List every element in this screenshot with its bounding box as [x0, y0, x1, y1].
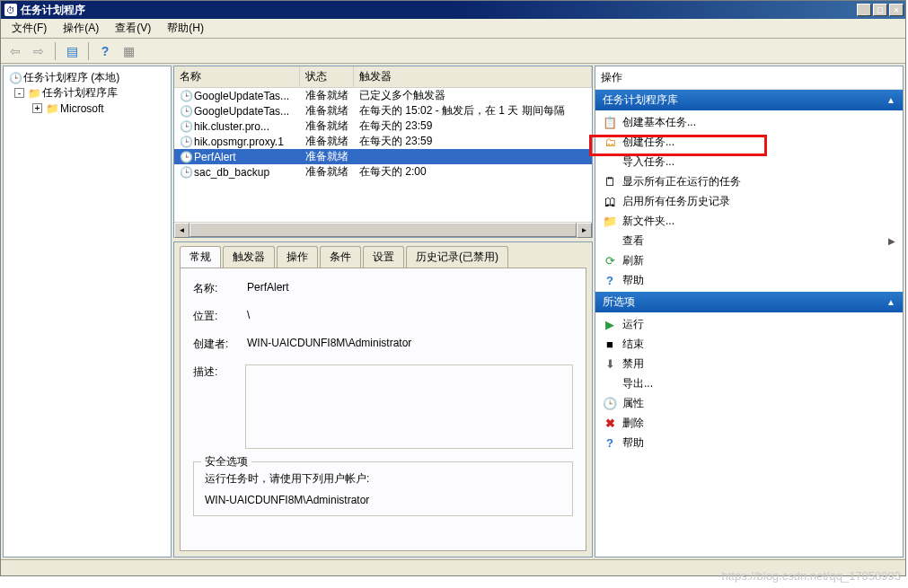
location-label: 位置:: [193, 309, 242, 324]
action-new-folder[interactable]: 📁 新文件夹...: [595, 211, 903, 231]
action-show-running[interactable]: 🗒 显示所有正在运行的任务: [595, 171, 903, 191]
stop-icon: ■: [603, 337, 617, 351]
task-list[interactable]: 名称 状态 触发器 🕒GoogleUpdateTas...准备就绪已定义多个触发…: [173, 66, 593, 238]
play-icon: ▶: [603, 317, 617, 331]
tree-root[interactable]: 🕒 任务计划程序 (本地): [5, 70, 169, 85]
folder-icon: 📁: [46, 102, 58, 115]
clock-icon: 🕒: [9, 72, 22, 84]
col-state[interactable]: 状态: [300, 66, 354, 87]
toolbar-btn-1[interactable]: ▤: [61, 41, 83, 61]
action-end[interactable]: ■ 结束: [595, 334, 903, 354]
chevron-right-icon: ▶: [888, 236, 895, 246]
tree-library[interactable]: - 📁 任务计划程序库: [5, 85, 169, 101]
action-create-task[interactable]: 🗂 创建任务...: [595, 132, 903, 152]
menu-help[interactable]: 帮助(H): [160, 19, 211, 38]
tab-settings[interactable]: 设置: [363, 246, 404, 268]
tab-history[interactable]: 历史记录(已禁用): [406, 246, 508, 268]
scroll-thumb[interactable]: [190, 223, 577, 237]
actions-pane: 操作 任务计划程序库 ▲ 📋 创建基本任务... 🗂 创建任务... 导入任务.…: [595, 66, 904, 557]
detail-tabs: 常规 触发器 操作 条件 设置 历史记录(已禁用): [180, 248, 586, 268]
action-delete[interactable]: ✖ 删除: [595, 413, 903, 433]
help-icon: ?: [603, 273, 617, 287]
action-enable-history[interactable]: 🕮 启用所有任务历史记录: [595, 191, 903, 211]
task-scheduler-window: ⏱ 任务计划程序 _ □ ✕ 文件(F) 操作(A) 查看(V) 帮助(H) ⇦…: [0, 0, 906, 576]
tree-microsoft[interactable]: + 📁 Microsoft: [5, 101, 169, 116]
section-label: 所选项: [603, 294, 635, 310]
security-options-group: 安全选项 运行任务时，请使用下列用户帐户: WIN-UAICDUNFI8M\Ad…: [193, 461, 573, 516]
actions-section-library[interactable]: 任务计划程序库 ▲: [595, 90, 903, 110]
tree-library-label: 任务计划程序库: [42, 85, 118, 101]
action-disable[interactable]: ⬇ 禁用: [595, 354, 903, 373]
close-button[interactable]: ✕: [889, 4, 904, 16]
action-refresh[interactable]: ⟳ 刷新: [595, 250, 903, 270]
task-row[interactable]: 🕒GoogleUpdateTas...准备就绪在每天的 15:02 - 触发后，…: [174, 103, 592, 118]
col-name[interactable]: 名称: [174, 66, 300, 87]
horizontal-scrollbar[interactable]: ◄ ►: [174, 222, 592, 237]
task-row[interactable]: 🕒GoogleUpdateTas...准备就绪已定义多个触发器: [174, 88, 592, 103]
clock-icon: 🕒: [180, 105, 192, 118]
description-box[interactable]: [245, 364, 573, 449]
history-icon: 🕮: [603, 194, 617, 208]
blank-icon: [603, 233, 617, 248]
titlebar: ⏱ 任务计划程序 _ □ ✕: [1, 1, 905, 19]
refresh-icon: ⟳: [603, 253, 617, 268]
action-properties[interactable]: 🕒 属性: [595, 393, 903, 413]
action-help[interactable]: ? 帮助: [595, 270, 903, 290]
center-pane: 名称 状态 触发器 🕒GoogleUpdateTas...准备就绪已定义多个触发…: [173, 66, 593, 557]
task-row[interactable]: 🕒sac_db_backup准备就绪在每天的 2:00: [174, 164, 592, 180]
location-value: \: [247, 309, 573, 321]
task-name: hik.opsmgr.proxy.1: [194, 136, 284, 148]
separator: [88, 42, 89, 60]
minimize-button[interactable]: _: [857, 4, 871, 16]
task-trigger: 在每天的 2:00: [354, 164, 592, 180]
clock-icon: 🕒: [180, 90, 192, 102]
tab-general[interactable]: 常规: [180, 246, 221, 268]
action-help-2[interactable]: ? 帮助: [595, 433, 903, 452]
task-trigger: 已定义多个触发器: [354, 88, 592, 103]
action-run[interactable]: ▶ 运行: [595, 314, 903, 334]
task-name: PerfAlert: [194, 151, 236, 163]
delete-icon: ✖: [603, 416, 617, 430]
actions-section-selected[interactable]: 所选项 ▲: [595, 292, 903, 312]
security-user: WIN-UAICDUNFI8M\Administrator: [205, 494, 561, 506]
menu-action[interactable]: 操作(A): [56, 19, 106, 38]
back-button[interactable]: ⇦: [4, 41, 26, 61]
expand-icon[interactable]: +: [32, 103, 42, 113]
maximize-button[interactable]: □: [873, 4, 887, 16]
action-view[interactable]: 查看 ▶: [595, 231, 903, 250]
clock-icon: 🕒: [180, 151, 192, 163]
task-row[interactable]: 🕒PerfAlert准备就绪: [174, 149, 592, 164]
separator: [55, 42, 56, 60]
running-icon: 🗒: [603, 174, 617, 189]
window-title: 任务计划程序: [21, 3, 857, 18]
task-state: 准备就绪: [300, 164, 354, 180]
task-name: sac_db_backup: [194, 166, 269, 179]
name-label: 名称:: [193, 281, 242, 296]
task-state: 准备就绪: [300, 88, 354, 103]
task-name: GoogleUpdateTas...: [194, 90, 289, 102]
action-create-basic-task[interactable]: 📋 创建基本任务...: [595, 112, 903, 132]
task-row[interactable]: 🕒hik.opsmgr.proxy.1准备就绪在每天的 23:59: [174, 134, 592, 149]
help-button[interactable]: ?: [94, 41, 116, 61]
menu-view[interactable]: 查看(V): [108, 19, 158, 38]
clock-icon: 🕒: [180, 166, 192, 179]
menu-file[interactable]: 文件(F): [4, 19, 54, 38]
tab-conditions[interactable]: 条件: [320, 246, 361, 268]
export-icon: [603, 376, 617, 391]
tab-actions[interactable]: 操作: [277, 246, 318, 268]
forward-button[interactable]: ⇨: [28, 41, 49, 61]
tab-triggers[interactable]: 触发器: [223, 246, 275, 268]
security-runas-label: 运行任务时，请使用下列用户帐户:: [205, 471, 561, 487]
creator-value: WIN-UAICDUNFI8M\Administrator: [247, 337, 573, 349]
toolbar-btn-2[interactable]: ▦: [118, 41, 139, 61]
task-row[interactable]: 🕒hik.cluster.pro...准备就绪在每天的 23:59: [174, 118, 592, 134]
scroll-left-button[interactable]: ◄: [174, 223, 190, 238]
scroll-right-button[interactable]: ►: [577, 223, 592, 238]
collapse-icon[interactable]: -: [14, 88, 24, 98]
import-icon: [603, 154, 617, 169]
chevron-up-icon: ▲: [886, 95, 895, 105]
navigation-tree[interactable]: 🕒 任务计划程序 (本地) - 📁 任务计划程序库 + 📁 Microsoft: [3, 66, 172, 557]
action-import-task[interactable]: 导入任务...: [595, 152, 903, 171]
col-trigger[interactable]: 触发器: [354, 66, 592, 87]
action-export[interactable]: 导出...: [595, 373, 903, 393]
